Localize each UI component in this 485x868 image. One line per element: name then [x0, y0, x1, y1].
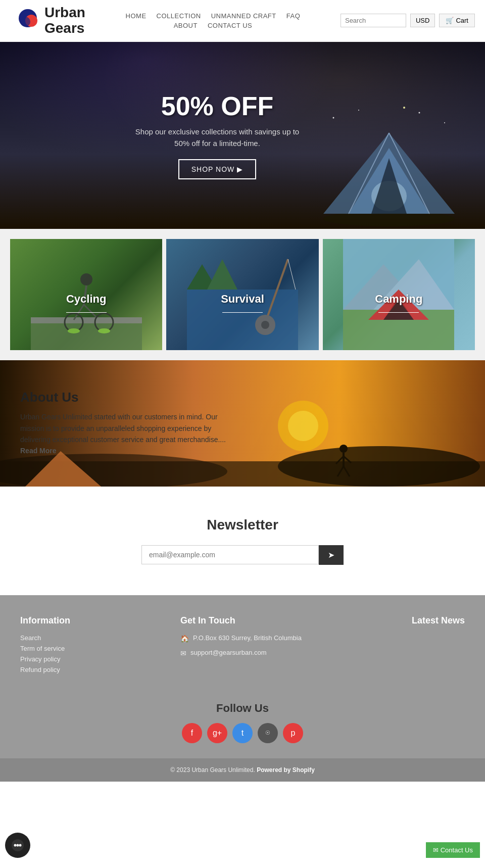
category-cycling[interactable]: Cycling [10, 239, 162, 350]
cart-button[interactable]: 🛒 Cart [439, 14, 475, 27]
nav-home[interactable]: HOME [126, 12, 147, 20]
nav-faq[interactable]: FAQ [286, 12, 301, 20]
category-survival-underline [222, 312, 263, 313]
category-camping[interactable]: Camping [323, 239, 475, 350]
nav-contact[interactable]: CONTACT US [208, 22, 252, 29]
read-more-link[interactable]: Read More [20, 447, 57, 455]
nav-about[interactable]: ABOUT [174, 22, 198, 29]
footer-copyright: © 2023 Urban Gears Unlimited. Powered by… [0, 758, 485, 782]
newsletter-email-input[interactable] [141, 545, 319, 564]
site-header: Urban Gears HOME COLLECTION UNMANNED CRA… [0, 0, 485, 42]
svg-point-14 [403, 107, 405, 109]
email-icon: ✉ [180, 649, 186, 657]
nav-collection[interactable]: COLLECTION [157, 12, 201, 20]
footer-information: Information Search Term of service Priva… [20, 615, 70, 677]
svg-line-20 [84, 305, 96, 317]
header-actions: USD 🛒 Cart [341, 14, 475, 27]
site-name: Urban Gears [44, 5, 85, 36]
footer-contact: Get In Touch 🏠 P.O.Box 630 Surrey, Briti… [180, 615, 302, 677]
about-section: About Us Urban Gears Unlimited started w… [0, 360, 485, 487]
follow-title: Follow Us [20, 702, 465, 715]
instagram-icon[interactable]: ☉ [258, 723, 278, 743]
newsletter-submit-button[interactable]: ➤ [319, 545, 344, 565]
footer-contact-title: Get In Touch [180, 615, 302, 626]
category-camping-underline [378, 312, 419, 313]
footer-link-terms[interactable]: Term of service [20, 645, 70, 652]
cart-icon: 🛒 [446, 17, 454, 24]
shop-now-button[interactable]: SHOP NOW ▶ [178, 159, 256, 179]
footer-address: 🏠 P.O.Box 630 Surrey, British Columbia [180, 634, 302, 643]
svg-marker-27 [207, 259, 237, 290]
footer-latest-news: Latest News [412, 615, 465, 677]
hero-tent-image [318, 103, 460, 229]
category-grid: Cycling Survival [0, 229, 485, 360]
main-nav: HOME COLLECTION UNMANNED CRAFT FAQ ABOUT… [126, 12, 301, 29]
category-survival-label: Survival [221, 293, 264, 306]
footer-email-link[interactable]: support@gearsurban.com [190, 649, 267, 656]
svg-point-12 [419, 112, 420, 113]
svg-point-11 [358, 110, 359, 111]
pinterest-icon[interactable]: p [283, 723, 303, 743]
google-icon[interactable]: g+ [207, 723, 227, 743]
about-title: About Us [20, 390, 232, 405]
social-icons: f g+ t ☉ p [20, 723, 465, 743]
category-cycling-label: Cycling [66, 293, 106, 306]
currency-selector[interactable]: USD [410, 14, 435, 27]
shopify-link[interactable]: Powered by Shopify [257, 766, 315, 774]
footer-news-title: Latest News [412, 615, 465, 626]
newsletter-form: ➤ [141, 545, 344, 565]
category-cycling-underline [66, 312, 107, 313]
svg-point-2 [20, 17, 30, 27]
hero-subtitle: Shop our exclusive collections with savi… [135, 126, 299, 149]
category-survival[interactable]: Survival [166, 239, 318, 350]
category-camping-label: Camping [375, 293, 422, 306]
svg-line-31 [288, 259, 296, 290]
hero-banner: 50% OFF Shop our exclusive collections w… [0, 42, 485, 229]
footer-information-title: Information [20, 615, 70, 626]
svg-rect-15 [31, 320, 142, 350]
svg-point-24 [98, 328, 110, 333]
footer-link-refund[interactable]: Refund policy [20, 666, 70, 673]
footer-email: ✉ support@gearsurban.com [180, 649, 302, 659]
svg-point-17 [80, 273, 92, 285]
home-icon: 🏠 [180, 635, 189, 643]
logo[interactable]: Urban Gears [10, 5, 85, 36]
svg-rect-16 [31, 317, 142, 323]
facebook-icon[interactable]: f [182, 723, 202, 743]
twitter-icon[interactable]: t [232, 723, 253, 743]
svg-point-13 [444, 122, 445, 123]
search-input[interactable] [341, 14, 406, 27]
svg-point-43 [278, 446, 480, 487]
newsletter-title: Newsletter [10, 517, 475, 533]
logo-icon [10, 6, 40, 36]
svg-point-30 [261, 321, 269, 329]
nav-unmanned-craft[interactable]: UNMANNED CRAFT [211, 12, 276, 20]
footer-columns: Information Search Term of service Priva… [20, 615, 465, 677]
follow-section: Follow Us f g+ t ☉ p [20, 692, 465, 748]
hero-content: 50% OFF Shop our exclusive collections w… [135, 91, 299, 179]
footer-link-search[interactable]: Search [20, 634, 70, 642]
svg-point-45 [340, 445, 348, 453]
svg-point-23 [68, 328, 80, 333]
footer-link-privacy[interactable]: Privacy policy [20, 655, 70, 663]
about-content: About Us Urban Gears Unlimited started w… [20, 390, 232, 457]
svg-point-10 [333, 117, 334, 118]
hero-title: 50% OFF [135, 91, 299, 121]
svg-point-41 [288, 411, 318, 441]
newsletter-section: Newsletter ➤ [0, 487, 485, 595]
site-footer: Information Search Term of service Priva… [0, 595, 485, 758]
about-text: Urban Gears Unlimited started with our c… [20, 411, 232, 457]
